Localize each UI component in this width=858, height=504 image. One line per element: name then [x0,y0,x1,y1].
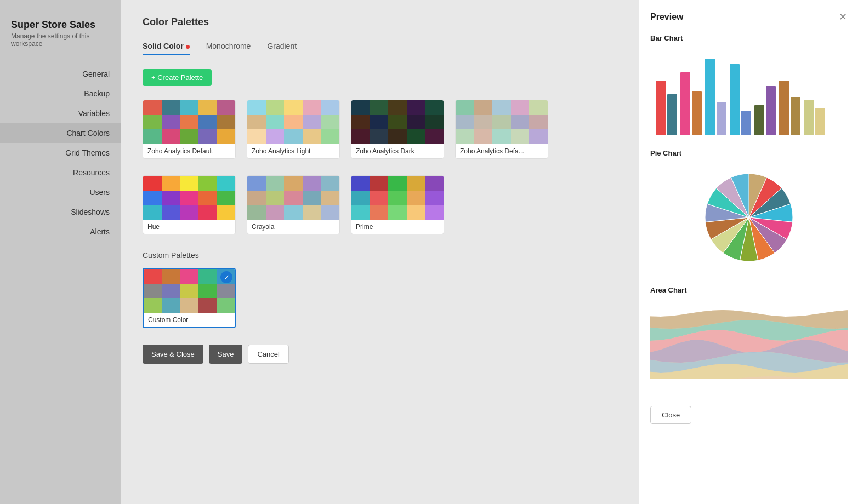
tab-gradient-label: Gradient [267,42,297,50]
sidebar-nav: General Backup Variables Chart Colors Gr… [0,64,121,242]
sidebar-item-chart-colors[interactable]: Chart Colors [0,123,121,143]
sidebar-item-users[interactable]: Users [0,182,121,202]
bar-group [705,59,726,135]
bar [754,105,764,135]
sidebar: Super Store Sales Manage the settings of… [0,0,121,504]
bar [692,91,702,135]
builtin-palette-grid-2: HueCrayolaPrime [143,175,617,234]
cancel-button[interactable]: Cancel [248,345,288,364]
bar-chart-section: Bar Chart [650,34,847,135]
tab-monochrome[interactable]: Monochrome [206,42,251,55]
palette-name: Crayola [247,220,339,234]
sidebar-item-grid-themes[interactable]: Grid Themes [0,143,121,163]
bar-group [730,64,751,135]
pie-chart-label: Pie Chart [650,149,847,157]
sidebar-item-alerts[interactable]: Alerts [0,222,121,242]
preview-close-button[interactable]: Close [650,406,691,424]
bar [705,59,715,135]
builtin-palette-grid: Zoho Analytics DefaultZoho Analytics Lig… [143,100,617,159]
bar [741,111,751,135]
app-header: Super Store Sales Manage the settings of… [0,11,121,59]
palette-name: Zoho Analytics Default [143,144,235,158]
main-content: Color Palettes Solid Color Monochrome Gr… [121,0,639,504]
palette-card[interactable]: Zoho Analytics Light [247,100,340,159]
sidebar-item-backup[interactable]: Backup [0,84,121,104]
tab-dot [186,45,190,49]
area-chart-section: Area Chart [650,286,847,384]
bar [717,102,726,135]
palette-card[interactable]: Prime [351,175,444,234]
palette-name: Prime [351,220,444,234]
preview-header: Preview ✕ [650,11,847,23]
tab-solid-color[interactable]: Solid Color [143,42,190,55]
palette-card[interactable]: Crayola [247,175,340,234]
app-title: Super Store Sales [11,19,110,31]
bar [730,64,740,135]
tab-monochrome-label: Monochrome [206,42,251,50]
bar [680,72,690,135]
sidebar-item-variables[interactable]: Variables [0,104,121,123]
palette-card[interactable]: Zoho Analytics Defa... [455,100,548,159]
page-title: Color Palettes [143,16,617,28]
bar [791,97,800,135]
area-chart [650,300,847,384]
palette-name: Zoho Analytics Light [247,144,339,158]
sidebar-item-resources[interactable]: Resources [0,163,121,182]
custom-palette-grid: Custom Color✓ [143,268,617,328]
pie-chart [650,163,847,272]
bar-group [680,72,702,135]
bar-group [656,81,677,135]
tab-gradient[interactable]: Gradient [267,42,297,55]
palette-name: Zoho Analytics Defa... [456,144,548,158]
bar [815,108,825,135]
custom-palette-wrapper: Custom Color✓ [143,268,236,328]
save-button[interactable]: Save [209,345,243,364]
palette-card[interactable]: Zoho Analytics Dark [351,100,444,159]
preview-close-x-button[interactable]: ✕ [839,11,847,23]
app-subtitle: Manage the settings of this workspace [11,32,110,48]
bar-group [779,81,800,135]
create-palette-label: + Create Palette [151,73,203,82]
bar-chart-label: Bar Chart [650,34,847,42]
bar [656,81,666,135]
custom-section-label: Custom Palettes [143,251,617,260]
preview-panel: Preview ✕ Bar Chart Pie Chart Area Chart [639,0,858,504]
palette-card[interactable]: Hue [143,175,236,234]
bottom-actions: Save & Close Save Cancel [143,345,617,364]
palette-card[interactable]: Zoho Analytics Default [143,100,236,159]
selected-check-badge: ✓ [220,271,232,283]
bar-chart [650,48,847,135]
bar [804,100,814,135]
sidebar-item-slideshows[interactable]: Slideshows [0,202,121,222]
sidebar-item-general[interactable]: General [0,64,121,84]
tab-solid-color-label: Solid Color [143,42,184,50]
bar-group [754,86,776,135]
bar-group [804,100,825,135]
pie-chart-section: Pie Chart [650,149,847,272]
area-chart-label: Area Chart [650,286,847,294]
bar [766,86,776,135]
bar [667,94,677,135]
tab-bar: Solid Color Monochrome Gradient [143,42,617,55]
bar [779,81,789,135]
palette-name: Zoho Analytics Dark [351,144,444,158]
preview-title: Preview [650,12,683,22]
save-close-button[interactable]: Save & Close [143,345,203,364]
custom-palette-name: Custom Color [144,313,235,327]
create-palette-button[interactable]: + Create Palette [143,69,212,86]
palette-name: Hue [143,220,235,234]
